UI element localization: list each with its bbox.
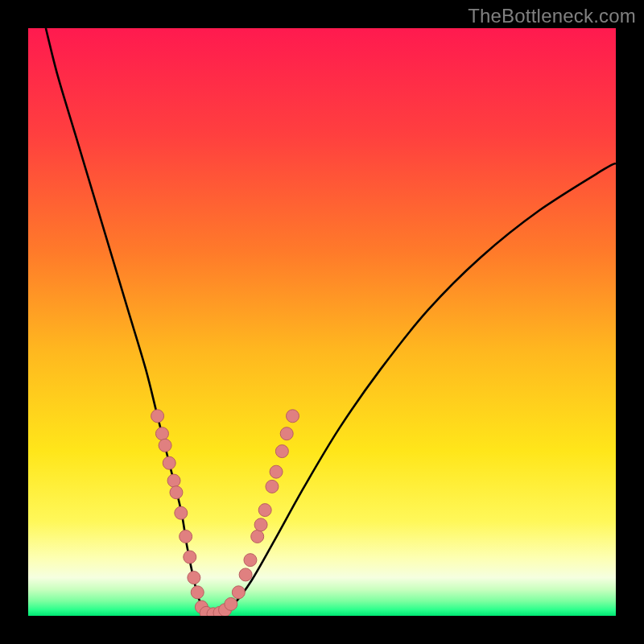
data-dot [159,439,171,452]
data-dot [251,530,264,543]
data-dot [232,586,245,599]
data-dot [258,504,271,517]
data-dot [151,410,164,423]
data-dot [239,568,252,581]
watermark-text: TheBottleneck.com [468,5,636,27]
data-dot [155,427,168,440]
data-dot [287,410,299,423]
data-dot [188,572,200,584]
data-dot [270,465,283,478]
data-dot [167,474,180,487]
data-dot [184,551,196,564]
data-dot [225,597,237,610]
data-dot [254,518,267,531]
data-dot [175,506,188,519]
data-dot [170,486,183,499]
data-dot [266,480,279,493]
data-dot [180,530,192,543]
bottleneck-chart [0,0,644,644]
data-dot [163,456,175,469]
data-dot [275,445,288,458]
data-dot [280,427,293,440]
data-dot [191,586,204,599]
gradient-background [28,28,616,616]
data-dot [244,554,257,567]
